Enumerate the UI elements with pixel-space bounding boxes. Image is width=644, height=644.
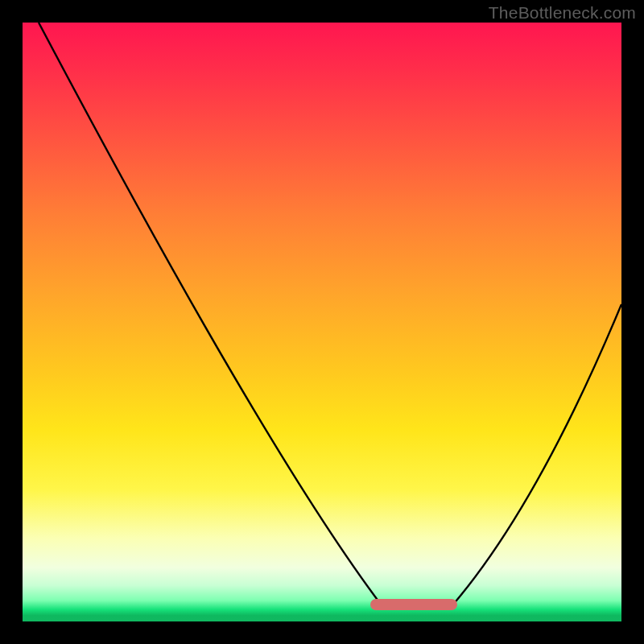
curve-right-ascent: [452, 304, 621, 605]
optimal-range-marker: [370, 599, 457, 610]
watermark-text: TheBottleneck.com: [489, 3, 636, 23]
chart-frame: TheBottleneck.com: [0, 0, 644, 644]
plot-area: [23, 23, 621, 621]
curve-left-descent: [39, 23, 382, 605]
bottleneck-curve: [23, 23, 621, 621]
